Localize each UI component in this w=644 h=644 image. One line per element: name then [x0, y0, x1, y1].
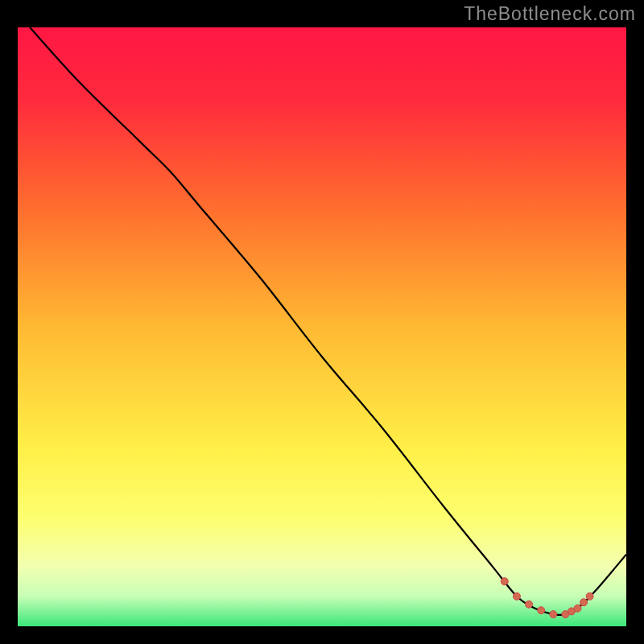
valley-marker — [550, 611, 557, 618]
valley-marker — [526, 601, 533, 608]
attribution-text: TheBottleneck.com — [464, 3, 636, 25]
valley-marker — [501, 578, 508, 585]
valley-marker — [574, 605, 581, 612]
valley-marker — [513, 592, 520, 600]
bottleneck-chart — [0, 0, 644, 644]
valley-marker — [586, 592, 593, 600]
valley-marker — [538, 607, 545, 614]
valley-marker — [580, 599, 588, 606]
plot-background — [18, 27, 626, 626]
